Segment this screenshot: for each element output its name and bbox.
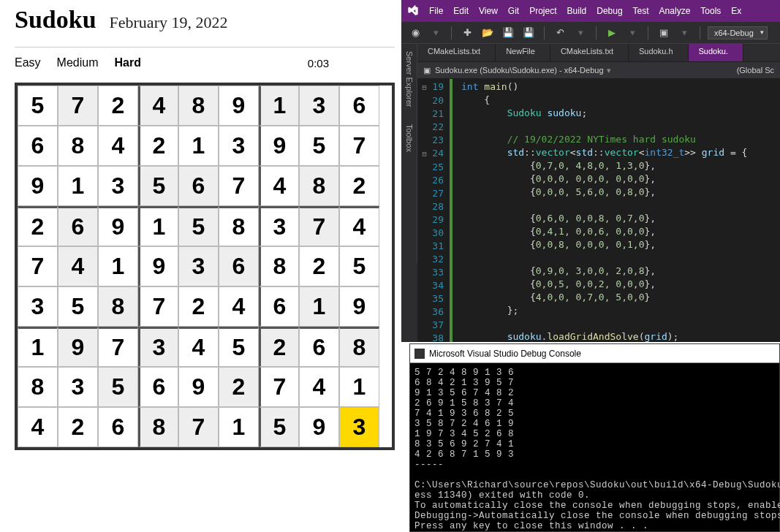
sudoku-cell[interactable]: 8 [98,286,138,327]
redo-button[interactable]: ▾ [572,25,588,41]
sudoku-cell[interactable]: 9 [339,286,379,327]
sudoku-cell[interactable]: 6 [98,407,138,447]
file-tab[interactable]: NewFile [496,44,550,61]
sudoku-cell[interactable]: 1 [219,407,259,447]
sudoku-cell[interactable]: 9 [138,246,178,286]
sudoku-cell[interactable]: 7 [138,286,178,327]
menu-analyze[interactable]: Analyze [659,6,691,16]
sudoku-cell[interactable]: 9 [299,407,339,447]
sudoku-cell[interactable]: 7 [259,367,299,407]
server-explorer-tab[interactable]: Server Explorer [404,47,415,111]
sudoku-cell[interactable]: 2 [259,327,299,367]
sudoku-cell[interactable]: 4 [98,126,138,166]
sudoku-cell[interactable]: 5 [138,166,178,206]
start-debug-button[interactable]: ▶ [604,25,620,41]
difficulty-medium[interactable]: Medium [57,56,99,69]
save-all-button[interactable]: 💾 [520,25,537,41]
sudoku-cell[interactable]: 8 [178,86,219,126]
sudoku-cell[interactable]: 4 [18,407,58,447]
sudoku-cell[interactable]: 1 [339,367,379,407]
difficulty-hard[interactable]: Hard [114,56,140,69]
sudoku-cell[interactable]: 9 [178,367,219,407]
sudoku-cell[interactable]: 8 [299,166,339,206]
sudoku-cell[interactable]: 4 [339,206,379,246]
sudoku-cell[interactable]: 3 [18,286,58,327]
sudoku-cell[interactable]: 6 [138,367,178,407]
sudoku-cell[interactable]: 6 [178,166,219,206]
sudoku-cell[interactable]: 3 [339,407,379,447]
sudoku-cell[interactable]: 5 [18,86,58,126]
menu-build[interactable]: Build [567,6,587,16]
sudoku-cell[interactable]: 6 [299,327,339,367]
sudoku-cell[interactable]: 9 [18,166,58,206]
sudoku-cell[interactable]: 2 [138,126,178,166]
vs-code-editor[interactable]: ⊟ 19 20 21 22 23⊟ 24 25 26 27 28 29 30 3… [417,79,780,342]
build-targets-button[interactable]: ▣ [656,25,672,41]
sudoku-cell[interactable]: 7 [299,206,339,246]
sudoku-cell[interactable]: 9 [98,206,138,246]
open-button[interactable]: 📂 [480,25,496,41]
sudoku-cell[interactable]: 5 [259,407,299,447]
sudoku-cell[interactable]: 1 [259,86,299,126]
sudoku-cell[interactable]: 7 [178,407,219,447]
sudoku-cell[interactable]: 7 [339,126,379,166]
file-tab[interactable]: Sudoku. [689,44,743,61]
save-button[interactable]: 💾 [500,25,516,41]
sudoku-cell[interactable]: 5 [178,206,219,246]
sudoku-cell[interactable]: 3 [138,327,178,367]
sudoku-cell[interactable]: 3 [178,246,219,286]
context-scope[interactable]: ▣ Sudoku.exe (Sudoku\Sudoku.exe) - x64-D… [423,66,611,75]
menu-debug[interactable]: Debug [597,6,622,16]
sudoku-cell[interactable]: 3 [58,367,98,407]
sudoku-cell[interactable]: 1 [58,166,98,206]
difficulty-easy[interactable]: Easy [15,56,41,69]
undo-button[interactable]: ↶ [552,25,568,41]
sudoku-cell[interactable]: 8 [259,246,299,286]
sudoku-cell[interactable]: 1 [178,126,219,166]
nav-fwd-button[interactable]: ▾ [428,25,444,41]
sudoku-cell[interactable]: 5 [98,367,138,407]
sudoku-cell[interactable]: 4 [259,166,299,206]
new-button[interactable]: ✚ [459,25,475,41]
menu-ex[interactable]: Ex [731,6,741,16]
file-tab[interactable]: CMakeLists.txt [417,44,496,61]
sudoku-cell[interactable]: 8 [138,407,178,447]
sudoku-cell[interactable]: 5 [299,126,339,166]
sudoku-cell[interactable]: 2 [58,407,98,447]
menu-view[interactable]: View [479,6,498,16]
start-dropdown[interactable]: ▾ [624,25,640,41]
sudoku-cell[interactable]: 3 [259,206,299,246]
sudoku-cell[interactable]: 5 [219,327,259,367]
menu-project[interactable]: Project [529,6,556,16]
sudoku-cell[interactable]: 2 [178,286,219,327]
config-dropdown[interactable]: x64-Debug [708,26,768,39]
sudoku-cell[interactable]: 1 [18,327,58,367]
sudoku-cell[interactable]: 9 [58,327,98,367]
sudoku-cell[interactable]: 4 [178,327,219,367]
sudoku-cell[interactable]: 2 [219,367,259,407]
menu-tools[interactable]: Tools [700,6,721,16]
sudoku-cell[interactable]: 6 [259,286,299,327]
sudoku-cell[interactable]: 6 [339,86,379,126]
sudoku-cell[interactable]: 4 [219,286,259,327]
sudoku-cell[interactable]: 6 [219,246,259,286]
menu-git[interactable]: Git [508,6,519,16]
sudoku-cell[interactable]: 3 [299,86,339,126]
sudoku-cell[interactable]: 9 [259,126,299,166]
sudoku-cell[interactable]: 2 [98,86,138,126]
sudoku-cell[interactable]: 9 [219,86,259,126]
file-tab[interactable]: Sudoku.h [629,44,688,61]
sudoku-grid[interactable]: 5724891366842139579135674822691583747419… [15,83,395,450]
sudoku-cell[interactable]: 8 [18,367,58,407]
sudoku-cell[interactable]: 2 [299,246,339,286]
sudoku-cell[interactable]: 1 [299,286,339,327]
code-body[interactable]: int main() { Sudoku sudoku; // 19/02/202… [453,79,747,342]
menu-file[interactable]: File [429,6,443,16]
build-dropdown[interactable]: ▾ [676,25,692,41]
sudoku-cell[interactable]: 4 [299,367,339,407]
sudoku-cell[interactable]: 8 [58,126,98,166]
sudoku-cell[interactable]: 6 [58,206,98,246]
file-tab[interactable]: CMakeLists.txt [550,44,629,61]
sudoku-cell[interactable]: 3 [219,126,259,166]
menu-edit[interactable]: Edit [453,6,469,16]
